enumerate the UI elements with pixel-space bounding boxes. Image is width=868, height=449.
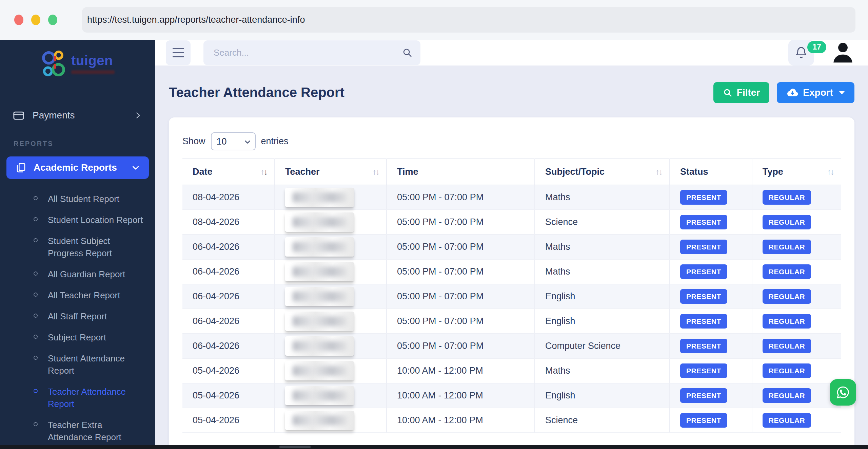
export-button-label: Export (803, 87, 833, 98)
horizontal-scrollbar[interactable] (0, 445, 868, 449)
type-badge: REGULAR (763, 363, 811, 378)
bullet-circle-icon (34, 422, 38, 426)
table-row: 06-04-2026 05:00 PM - 07:00 PM Maths PRE… (182, 259, 841, 284)
filter-button[interactable]: Filter (713, 82, 769, 103)
whatsapp-button[interactable] (830, 379, 856, 406)
window-minimize-button[interactable] (31, 15, 40, 25)
table-row: 05-04-2026 10:00 AM - 12:00 PM Science P… (182, 408, 841, 433)
subject-cell: Maths (535, 259, 670, 284)
sidebar-subitem[interactable]: All Staff Report (0, 306, 155, 327)
user-avatar[interactable] (830, 40, 855, 65)
address-bar[interactable]: https://test.tuigen.app/reports/teacher-… (82, 7, 855, 33)
type-cell: REGULAR (752, 408, 841, 433)
sidebar-subitem[interactable]: Student Subject Progress Report (0, 230, 155, 264)
teacher-cell (275, 383, 387, 408)
sidebar-subitem-label: All Staff Report (48, 310, 107, 322)
sidebar-item-label: Academic Reports (34, 162, 117, 173)
column-header[interactable]: Time (387, 159, 535, 185)
table-row: 06-04-2026 05:00 PM - 07:00 PM English P… (182, 284, 841, 309)
sort-icon[interactable] (655, 167, 662, 177)
column-header[interactable]: Status (670, 159, 752, 185)
sidebar-subitem[interactable]: Teacher Extra Attendance Report (0, 414, 155, 448)
sidebar-item-label: Payments (33, 110, 75, 121)
teacher-cell (275, 210, 387, 235)
sidebar-submenu: All Student Report Student Location Repo… (0, 188, 155, 449)
teacher-cell (275, 259, 387, 284)
column-header[interactable]: Subject/Topic (535, 159, 670, 185)
sidebar-subitem[interactable]: All Guardian Report (0, 264, 155, 285)
status-badge: PRESENT (680, 240, 727, 254)
sidebar-subitem-label: All Guardian Report (48, 268, 125, 280)
sidebar-subitem[interactable]: Student Attendance Report (0, 348, 155, 381)
subject-cell: Computer Science (535, 334, 670, 358)
sidebar-subitem[interactable]: All Student Report (0, 188, 155, 209)
sidebar-subitem[interactable]: Teacher Attendance Report (0, 381, 155, 414)
time-cell: 05:00 PM - 07:00 PM (387, 309, 535, 334)
sort-icon[interactable] (827, 167, 833, 177)
type-badge: REGULAR (763, 289, 811, 304)
sidebar-subitem-label: All Teacher Report (48, 289, 120, 301)
column-label: Date (193, 167, 213, 177)
type-cell: REGULAR (752, 259, 841, 284)
bell-icon (794, 46, 808, 59)
menu-toggle-button[interactable] (166, 40, 191, 65)
bullet-circle-icon (34, 335, 38, 339)
sidebar-subitem-label: Subject Report (48, 331, 106, 343)
status-cell: PRESENT (670, 210, 752, 235)
logo-tagline-blurred (71, 70, 115, 74)
window-close-button[interactable] (14, 15, 23, 25)
sidebar-subitem[interactable]: All Teacher Report (0, 285, 155, 306)
date-cell: 06-04-2026 (182, 259, 275, 284)
teacher-cell (275, 185, 387, 210)
export-button[interactable]: Export (777, 82, 854, 103)
sidebar-item-academic-reports[interactable]: Academic Reports (6, 156, 149, 179)
sidebar-section-reports: REPORTS (14, 140, 155, 148)
type-cell: REGULAR (752, 334, 841, 358)
attendance-table: Date Teacher (182, 158, 841, 433)
bullet-circle-icon (34, 356, 38, 360)
sidebar-subitem-label: Student Location Report (48, 214, 143, 226)
teacher-cell (275, 358, 387, 383)
subject-cell: English (535, 284, 670, 309)
date-cell: 05-04-2026 (182, 408, 275, 433)
time-cell: 10:00 AM - 12:00 PM (387, 408, 535, 433)
bullet-circle-icon (34, 293, 38, 297)
teacher-cell (275, 334, 387, 358)
time-cell: 10:00 AM - 12:00 PM (387, 383, 535, 408)
notifications-button[interactable]: 17 (788, 40, 814, 66)
status-badge: PRESENT (680, 289, 727, 304)
column-header[interactable]: Type (752, 159, 841, 185)
status-cell: PRESENT (670, 185, 752, 210)
type-badge: REGULAR (763, 314, 811, 329)
column-header[interactable]: Date (182, 159, 275, 185)
window-maximize-button[interactable] (48, 15, 57, 25)
bullet-circle-icon (34, 196, 38, 200)
sort-icon[interactable] (372, 167, 379, 177)
time-cell: 05:00 PM - 07:00 PM (387, 259, 535, 284)
column-label: Subject/Topic (545, 167, 605, 177)
date-cell: 05-04-2026 (182, 383, 275, 408)
sidebar: tuigen Payments REPORTS (0, 40, 155, 449)
time-cell: 05:00 PM - 07:00 PM (387, 185, 535, 210)
time-cell: 05:00 PM - 07:00 PM (387, 235, 535, 259)
date-cell: 08-04-2026 (182, 210, 275, 235)
status-badge: PRESENT (680, 388, 727, 403)
teacher-cell (275, 284, 387, 309)
entries-select[interactable]: 10 (211, 132, 256, 150)
sidebar-subitem[interactable]: Student Location Report (0, 209, 155, 230)
subject-cell: Maths (535, 235, 670, 259)
date-cell: 06-04-2026 (182, 334, 275, 358)
search-icon[interactable] (402, 48, 412, 58)
search-input[interactable] (203, 40, 420, 65)
teacher-name-redacted (285, 262, 354, 281)
app-logo[interactable]: tuigen (0, 40, 155, 88)
sidebar-subitem[interactable]: Subject Report (0, 327, 155, 348)
report-card: Show 10 entries (169, 117, 854, 449)
table-body: 08-04-2026 05:00 PM - 07:00 PM Maths PRE… (182, 185, 841, 433)
sidebar-item-payments[interactable]: Payments (0, 105, 155, 126)
column-header[interactable]: Teacher (275, 159, 387, 185)
scrollbar-thumb[interactable] (279, 446, 311, 448)
sort-icon[interactable] (260, 167, 267, 177)
teacher-name-redacted (285, 411, 354, 430)
status-badge: PRESENT (680, 363, 727, 378)
